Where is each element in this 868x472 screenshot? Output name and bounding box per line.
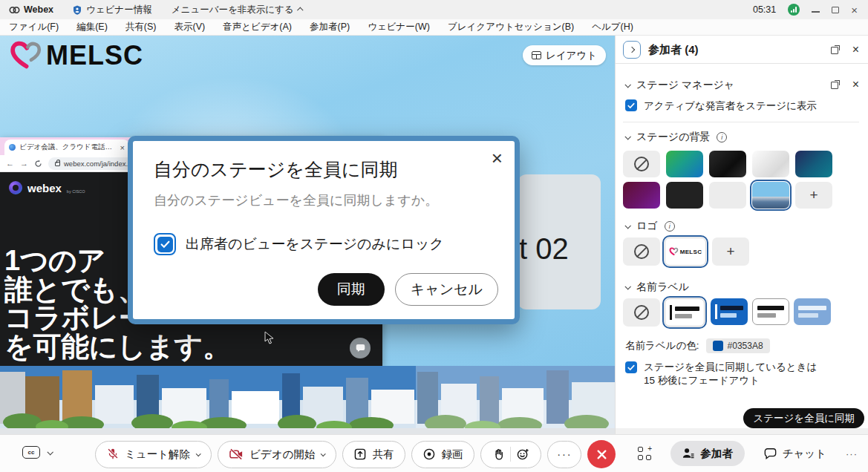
layout-button[interactable]: レイアウト: [523, 45, 606, 65]
none-icon: [634, 244, 649, 259]
chevron-up-icon: [297, 7, 303, 13]
panel-collapse-button[interactable]: [623, 41, 641, 59]
record-button[interactable]: 録画: [411, 441, 474, 468]
connection-quality-icon[interactable]: [788, 4, 800, 16]
stage-manager-popout-icon[interactable]: [831, 80, 840, 89]
background-thumb-green-blue[interactable]: [666, 151, 703, 177]
browser-forward-icon[interactable]: →: [20, 159, 28, 168]
camera-off-icon: [229, 448, 244, 460]
chat-button[interactable]: チャット: [764, 447, 826, 461]
minimize-button[interactable]: [812, 11, 820, 13]
melsc-heart-icon: [669, 247, 679, 256]
background-thumb-white[interactable]: [752, 151, 789, 177]
sync-button[interactable]: 同期: [318, 273, 385, 306]
name-label-thumb-2[interactable]: [711, 298, 748, 325]
video-dropdown-icon[interactable]: [321, 451, 326, 456]
chevron-down-icon: [624, 134, 630, 140]
apps-icon[interactable]: +: [638, 447, 651, 460]
menu-webinar[interactable]: ウェビナー(W): [368, 21, 430, 33]
name-label-color-picker[interactable]: #0353A8: [706, 338, 770, 353]
chevron-down-icon: [624, 82, 630, 88]
lock-icon: [55, 162, 60, 166]
menu-participants[interactable]: 参加者(P): [310, 21, 350, 33]
lock-view-checkbox[interactable]: [154, 233, 176, 255]
browser-tab[interactable]: ビデオ会議、クラウド電話、画面共有 ×: [4, 140, 129, 155]
menu-breakout[interactable]: ブレイクアウトセッション(B): [448, 21, 574, 33]
name-label-color-row: 名前ラベルの色: #0353A8: [625, 338, 770, 353]
start-video-button[interactable]: ビデオの開始: [218, 441, 336, 468]
dialog-close-button[interactable]: ×: [492, 148, 503, 168]
toolbar-overflow-button[interactable]: ···: [846, 448, 858, 459]
panel-popout-icon[interactable]: [831, 45, 840, 54]
maximize-button[interactable]: [832, 7, 839, 13]
background-thumb-gray[interactable]: [709, 182, 746, 209]
record-label: 録画: [441, 448, 463, 462]
background-thumb-city-selected[interactable]: [752, 182, 789, 209]
sync-stage-to-all-button[interactable]: ステージを全員に同期: [743, 408, 864, 428]
window-close-button[interactable]: ×: [851, 4, 858, 16]
background-thumb-black-wave[interactable]: [709, 151, 746, 177]
share-button[interactable]: 共有: [342, 441, 405, 468]
background-add-button[interactable]: +: [795, 182, 832, 209]
menu-edit[interactable]: 編集(E): [76, 21, 108, 33]
pill-divider: [510, 447, 511, 462]
menu-audio-video[interactable]: 音声とビデオ(A): [223, 21, 292, 33]
background-section-header[interactable]: ステージの背景 i: [625, 131, 727, 144]
tab-favicon: [9, 144, 16, 151]
menu-share[interactable]: 共有(S): [125, 21, 157, 33]
fadeout-checkbox[interactable]: [625, 361, 637, 373]
stage-manager-close-icon[interactable]: ×: [852, 79, 859, 91]
webex-logo-icon: [9, 5, 20, 15]
stage-manager-header[interactable]: ステージ マネージャ: [625, 79, 734, 92]
panel-close-icon[interactable]: ×: [852, 44, 859, 56]
active-speaker-checkbox[interactable]: [625, 99, 637, 111]
background-thumb-purple[interactable]: [623, 182, 660, 209]
captions-button[interactable]: cc: [22, 446, 40, 459]
reactions-button[interactable]: [480, 441, 541, 468]
none-icon: [634, 305, 649, 320]
webinar-info-button[interactable]: ウェビナー情報: [73, 4, 152, 16]
captions-dropdown-icon[interactable]: [47, 449, 53, 455]
lock-view-checkbox-label[interactable]: 出席者のビューをステージのみにロック: [186, 235, 444, 254]
browser-reload-icon[interactable]: [34, 160, 42, 168]
panel-header: 参加者 (4) ×: [616, 36, 868, 64]
tab-close-icon[interactable]: ×: [120, 143, 125, 152]
cancel-button[interactable]: キャンセル: [395, 273, 498, 306]
logo-section-header[interactable]: ロゴ i: [625, 220, 675, 233]
menu-help[interactable]: ヘルプ(H): [592, 21, 633, 33]
stage-brand-logo: MELSC: [9, 40, 143, 71]
emoji-reactions-icon: [517, 448, 529, 461]
info-icon[interactable]: i: [665, 221, 675, 232]
active-speaker-checkbox-row[interactable]: アクティブな発言者をステージに表示: [625, 99, 817, 113]
more-options-button[interactable]: ···: [547, 441, 581, 468]
name-label-thumb-none[interactable]: [623, 298, 660, 327]
info-icon[interactable]: i: [717, 132, 727, 142]
name-label-section-header[interactable]: 名前ラベル: [625, 281, 689, 294]
background-thumb-teal[interactable]: [795, 151, 832, 177]
control-toolbar: cc ミュート解除: [0, 434, 868, 472]
name-label-thumb-3[interactable]: [752, 298, 789, 325]
menu-view[interactable]: 表示(V): [174, 21, 205, 33]
stage-manager-title: ステージ マネージャ: [636, 79, 734, 92]
logo-thumb-melsc-selected[interactable]: MELSC: [665, 237, 706, 266]
hide-menubar-button[interactable]: メニューバーを非表示にする: [172, 4, 303, 16]
menu-file[interactable]: ファイル(F): [9, 21, 59, 33]
logo-add-button[interactable]: +: [712, 237, 749, 266]
leave-webinar-button[interactable]: [587, 440, 616, 468]
fadeout-checkbox-row[interactable]: ステージを全員に同期しているときは 15 秒後にフェードアウト: [625, 361, 817, 387]
mic-muted-icon: [107, 448, 119, 461]
background-thumb-none[interactable]: [623, 151, 660, 177]
browser-back-icon[interactable]: ←: [6, 159, 14, 168]
page-chat-bubble-icon[interactable]: [350, 338, 371, 358]
name-label-thumb-4[interactable]: [794, 298, 831, 325]
unmute-dropdown-icon[interactable]: [196, 451, 201, 456]
participants-button[interactable]: 参加者: [670, 441, 745, 466]
background-thumb-dark[interactable]: [666, 182, 703, 209]
unmute-button[interactable]: ミュート解除: [95, 441, 212, 468]
color-value: #0353A8: [728, 341, 763, 351]
name-label-color-label: 名前ラベルの色:: [625, 339, 699, 353]
active-speaker-label: アクティブな発言者をステージに表示: [644, 99, 817, 113]
logo-thumb-none[interactable]: [623, 237, 660, 266]
unmute-label: ミュート解除: [125, 448, 190, 462]
name-label-thumb-1-selected[interactable]: [665, 298, 705, 327]
